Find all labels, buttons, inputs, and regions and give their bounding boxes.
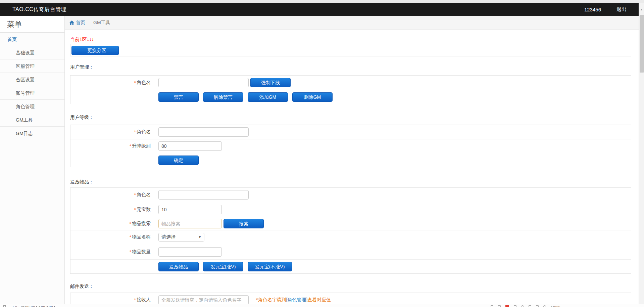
force-offline-button[interactable]: 强制下线: [250, 78, 291, 87]
home-icon: [69, 20, 74, 25]
yuanbao-label: 元宝数: [137, 207, 151, 213]
required-mark: *: [134, 207, 136, 212]
sidebar: 菜单 首页 基础设置 区服管理 合区设置 账号管理 角色管理 GM工具 GM日志: [0, 16, 65, 304]
reading-icon[interactable]: [514, 305, 516, 307]
message-bubble-icon[interactable]: [521, 305, 524, 307]
field-label: * 物品名称: [70, 230, 155, 244]
field-label: * 物品数量: [70, 244, 155, 259]
section-title-user-level: 用户等级：: [70, 115, 94, 121]
scrollbar-thumb[interactable]: [640, 15, 644, 73]
table-row: * 物品搜索 搜索: [70, 217, 631, 230]
table-row: * 角色名: [70, 125, 631, 139]
yuanbao-input[interactable]: [158, 205, 222, 214]
screenshot-icon[interactable]: [491, 305, 493, 307]
item-name-selected-value: 请选择: [161, 234, 176, 240]
sidebar-item-gm-tools[interactable]: GM工具: [0, 113, 64, 127]
browser-status-bar: http://123.204.199.1234 100%: [0, 304, 644, 307]
add-gm-button[interactable]: 添加GM: [248, 92, 288, 102]
level-label: 升降级到: [132, 143, 151, 149]
status-url: http://123.204.199.1234: [13, 305, 55, 307]
item-search-label: 物品搜索: [132, 221, 151, 227]
give-yuanbao-vip-button[interactable]: 发元宝(涨V): [203, 262, 243, 271]
search-button[interactable]: 搜索: [224, 219, 264, 228]
breadcrumb-home[interactable]: 首页: [76, 20, 85, 26]
item-name-label: 物品名称: [132, 234, 151, 240]
required-mark: *: [130, 221, 131, 226]
account-name[interactable]: 123456: [584, 7, 601, 12]
required-mark: *: [134, 192, 136, 198]
sidebar-item-basic-settings[interactable]: 基础设置: [0, 46, 64, 59]
role-name-input[interactable]: [158, 78, 249, 87]
required-mark: *: [130, 143, 131, 149]
field-cell: [155, 141, 631, 151]
give-items-button[interactable]: 发放物品: [158, 262, 199, 271]
unmute-button[interactable]: 解除禁言: [203, 92, 243, 102]
give-items-table: * 角色名 * 元宝数 * 物品搜索: [70, 187, 631, 274]
page: TAO.CC传奇后台管理 123456 退出 ▲ 菜单 首页 基础设置 区服管理…: [0, 0, 644, 307]
zoom-magnifier-icon[interactable]: [543, 305, 546, 307]
mute-button[interactable]: 禁言: [158, 92, 199, 102]
zoom-level[interactable]: 100%: [551, 305, 561, 307]
level-role-name-input[interactable]: [158, 127, 249, 137]
mail-table: * 接收人 *角色名字请到[角色管理]查看对应值: [70, 293, 631, 304]
required-mark: *: [134, 129, 136, 135]
receiver-input[interactable]: [158, 295, 249, 304]
receiver-label: 接收人: [137, 297, 151, 303]
zone-notice: 当前1区↓↓↓: [70, 37, 94, 43]
breadcrumb: 首页 GM工具: [65, 16, 639, 30]
item-qty-input[interactable]: [158, 247, 222, 257]
field-cell: 确定: [155, 156, 631, 165]
receiver-note-prefix: *角色名字请到: [256, 297, 286, 302]
logout-link[interactable]: 退出: [616, 6, 627, 13]
download-icon[interactable]: [536, 305, 539, 307]
speaker-icon[interactable]: [529, 305, 531, 307]
required-mark: *: [130, 249, 131, 255]
section-title-user-manage: 用户管理：: [70, 64, 94, 70]
delete-gm-button[interactable]: 删除GM: [292, 92, 333, 102]
sidebar-item-account-manage[interactable]: 账号管理: [0, 86, 64, 100]
red-badge-icon[interactable]: [505, 305, 509, 307]
field-cell: 强制下线: [155, 78, 631, 87]
give-role-name-input[interactable]: [158, 190, 249, 200]
field-label: [70, 90, 155, 104]
page-scrollbar[interactable]: ▲: [639, 3, 644, 304]
field-label: * 角色名: [70, 125, 155, 139]
change-zone-button[interactable]: 更换分区: [71, 46, 119, 55]
role-name-label: 角色名: [137, 192, 151, 198]
level-value-input[interactable]: [158, 141, 222, 151]
field-label: * 物品搜索: [70, 217, 155, 230]
table-row: 确定: [70, 153, 631, 167]
field-label: * 接收人: [70, 293, 155, 304]
item-name-select[interactable]: 请选择 ▼: [158, 233, 204, 242]
role-manage-link[interactable]: [角色管理]: [286, 297, 307, 302]
app-header: TAO.CC传奇后台管理 123456 退出: [0, 3, 644, 16]
table-row: * 角色名: [70, 188, 631, 202]
sidebar-item-server-manage[interactable]: 区服管理: [0, 59, 64, 73]
window-top-edge: [0, 0, 644, 3]
required-mark: *: [130, 234, 131, 240]
breadcrumb-current: GM工具: [93, 20, 110, 26]
sidebar-item-gm-log[interactable]: GM日志: [0, 127, 64, 140]
sidebar-item-role-manage[interactable]: 角色管理: [0, 100, 64, 113]
field-label: * 元宝数: [70, 202, 155, 217]
field-cell: 发放物品 发元宝(涨V) 发元宝(不涨V): [155, 262, 631, 271]
notes-icon[interactable]: [498, 305, 501, 307]
field-label: * 角色名: [70, 76, 155, 90]
sidebar-item-merge-settings[interactable]: 合区设置: [0, 73, 64, 86]
field-label: [70, 153, 155, 167]
table-row: * 角色名 强制下线: [70, 76, 631, 90]
give-yuanbao-novip-button[interactable]: 发元宝(不涨V): [248, 262, 292, 271]
sidebar-item-home[interactable]: 首页: [0, 33, 64, 46]
item-search-input[interactable]: [158, 219, 222, 228]
user-manage-table: * 角色名 强制下线 禁言 解除禁言 添加GM 删除GM: [70, 75, 631, 104]
table-row: * 物品数量: [70, 244, 631, 259]
field-cell: 请选择 ▼: [155, 233, 631, 242]
confirm-button[interactable]: 确定: [158, 156, 199, 165]
section-title-give-items: 发放物品：: [70, 179, 94, 185]
main-content: 当前1区↓↓↓ 更换分区 用户管理： * 角色名 强制下线 禁言: [65, 30, 639, 304]
field-label: * 角色名: [70, 188, 155, 202]
table-row: * 元宝数: [70, 202, 631, 217]
receiver-note: *角色名字请到[角色管理]查看对应值: [256, 297, 331, 303]
divider: [9, 304, 9, 307]
scrollbar-up-icon[interactable]: ▲: [639, 7, 644, 12]
